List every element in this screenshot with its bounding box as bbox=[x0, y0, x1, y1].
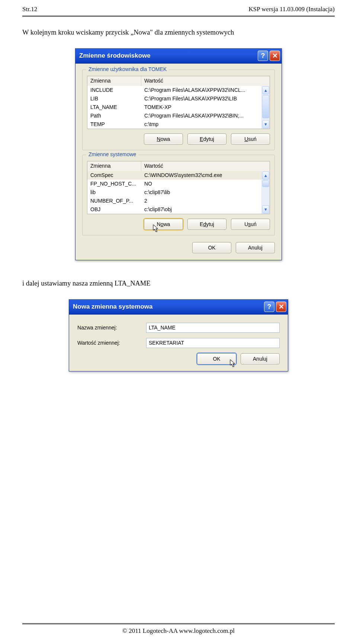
env-vars-dialog: Zmienne środowiskowe ? ✕ Zmienne użytkow… bbox=[75, 48, 282, 260]
system-vars-group: Zmienne systemowe Zmienna Wartość ComSpe… bbox=[82, 155, 275, 235]
system-new-button[interactable]: Nowa bbox=[144, 219, 183, 230]
titlebar[interactable]: Zmienne środowiskowe ? ✕ bbox=[75, 49, 282, 64]
table-row[interactable]: libc:\clip87\lib bbox=[87, 188, 261, 197]
cell-value: c:\clip87\lib bbox=[141, 189, 261, 195]
help-button[interactable]: ? bbox=[264, 302, 274, 312]
table-row[interactable]: OBJc:\clip87\obj bbox=[87, 205, 261, 214]
close-button[interactable]: ✕ bbox=[270, 51, 280, 61]
cell-value: 2 bbox=[141, 198, 261, 204]
table-row[interactable]: INCLUDEC:\Program Files\ALASKA\XPPW32\IN… bbox=[87, 86, 261, 94]
cell-variable: Path bbox=[87, 113, 141, 119]
table-row[interactable]: TEMPc:\tmp bbox=[87, 120, 261, 129]
help-icon: ? bbox=[261, 52, 265, 60]
table-row[interactable]: PathC:\Program Files\ALASKA\XPPW32\BIN;.… bbox=[87, 112, 261, 120]
dialog-title: Nowa zmienna systemowa bbox=[73, 303, 264, 310]
user-edit-button[interactable]: Edytuj bbox=[187, 133, 226, 145]
paragraph-1: W kolejnym kroku wciskamy przycisk „Nowa… bbox=[22, 28, 335, 37]
table-row[interactable]: LTA_NAMETOMEK-XP bbox=[87, 103, 261, 112]
value-label: Wartość zmiennej: bbox=[77, 340, 146, 346]
user-vars-legend: Zmienne użytkownika dla TOMEK bbox=[86, 66, 169, 72]
user-delete-button[interactable]: Usuń bbox=[231, 133, 270, 145]
scroll-up-icon[interactable]: ▲ bbox=[262, 171, 269, 180]
table-row[interactable]: NUMBER_OF_P...2 bbox=[87, 197, 261, 205]
user-vars-list[interactable]: Zmienna Wartość INCLUDEC:\Program Files\… bbox=[87, 76, 270, 129]
name-label: Nazwa zmiennej: bbox=[77, 325, 146, 331]
help-button[interactable]: ? bbox=[258, 51, 268, 61]
cancel-button[interactable]: Anuluj bbox=[241, 353, 280, 364]
cell-variable: FP_NO_HOST_C... bbox=[87, 181, 141, 187]
user-vars-group: Zmienne użytkownika dla TOMEK Zmienna Wa… bbox=[82, 70, 275, 150]
col-variable[interactable]: Zmienna bbox=[87, 161, 141, 171]
scroll-down-icon[interactable]: ▼ bbox=[262, 120, 269, 128]
scroll-up-icon[interactable]: ▲ bbox=[262, 86, 269, 94]
paragraph-2: i dalej ustawiamy nasza zmienną LTA_NAME bbox=[22, 279, 335, 288]
close-icon: ✕ bbox=[279, 303, 284, 311]
system-delete-button[interactable]: Usuń bbox=[231, 219, 270, 230]
cell-value: C:\WINDOWS\system32\cmd.exe bbox=[141, 172, 261, 178]
doc-version: KSP wersja 11.03.009 (Instalacja) bbox=[249, 6, 335, 13]
cell-value: TOMEK-XP bbox=[141, 104, 261, 110]
table-row[interactable]: LIBC:\Program Files\ALASKA\XPPW32\LIB bbox=[87, 94, 261, 103]
titlebar[interactable]: Nowa zmienna systemowa ? ✕ bbox=[69, 300, 288, 315]
cell-variable: NUMBER_OF_P... bbox=[87, 198, 141, 204]
cell-value: c:\clip87\obj bbox=[141, 206, 261, 212]
close-icon: ✕ bbox=[272, 52, 278, 60]
footer-rule bbox=[22, 623, 335, 624]
cell-variable: INCLUDE bbox=[87, 87, 141, 93]
cancel-button[interactable]: Anuluj bbox=[236, 242, 275, 253]
col-value[interactable]: Wartość bbox=[141, 76, 270, 86]
cell-variable: LTA_NAME bbox=[87, 104, 141, 110]
cell-value: c:\tmp bbox=[141, 121, 261, 127]
user-new-button[interactable]: Nowa bbox=[144, 133, 183, 145]
cell-variable: TEMP bbox=[87, 121, 141, 127]
cell-value: NO bbox=[141, 181, 261, 187]
system-vars-legend: Zmienne systemowe bbox=[86, 151, 138, 157]
cell-variable: LIB bbox=[87, 96, 141, 102]
new-system-var-dialog: Nowa zmienna systemowa ? ✕ Nazwa zmienne… bbox=[69, 299, 288, 371]
cell-value: C:\Program Files\ALASKA\XPPW32\BIN;... bbox=[141, 113, 261, 119]
system-vars-list[interactable]: Zmienna Wartość ComSpecC:\WINDOWS\system… bbox=[87, 161, 270, 214]
scroll-down-icon[interactable]: ▼ bbox=[262, 205, 269, 213]
page-number: Str.12 bbox=[22, 6, 37, 13]
col-value[interactable]: Wartość bbox=[141, 161, 270, 171]
close-button[interactable]: ✕ bbox=[276, 302, 286, 312]
ok-button[interactable]: OK bbox=[197, 353, 236, 364]
header-rule bbox=[22, 16, 335, 17]
scrollbar[interactable]: ▲ ▼ bbox=[261, 171, 270, 214]
scroll-thumb[interactable] bbox=[262, 95, 269, 118]
scroll-thumb[interactable] bbox=[262, 180, 269, 187]
cell-variable: ComSpec bbox=[87, 172, 141, 178]
page-header: Str.12 KSP wersja 11.03.009 (Instalacja) bbox=[22, 6, 335, 15]
cell-value: C:\Program Files\ALASKA\XPPW32\INCL... bbox=[141, 87, 261, 93]
ok-button[interactable]: OK bbox=[192, 242, 231, 253]
list-header[interactable]: Zmienna Wartość bbox=[87, 76, 270, 86]
cell-value: C:\Program Files\ALASKA\XPPW32\LIB bbox=[141, 96, 261, 102]
cell-variable: lib bbox=[87, 189, 141, 195]
scrollbar[interactable]: ▲ ▼ bbox=[261, 86, 270, 129]
table-row[interactable]: ComSpecC:\WINDOWS\system32\cmd.exe bbox=[87, 171, 261, 180]
table-row[interactable]: FP_NO_HOST_C...NO bbox=[87, 180, 261, 188]
list-header[interactable]: Zmienna Wartość bbox=[87, 161, 270, 171]
system-edit-button[interactable]: Edytuj bbox=[187, 219, 226, 230]
cell-variable: OBJ bbox=[87, 206, 141, 212]
dialog-title: Zmienne środowiskowe bbox=[79, 52, 258, 59]
variable-name-input[interactable] bbox=[146, 323, 280, 333]
col-variable[interactable]: Zmienna bbox=[87, 76, 141, 86]
footer-text: © 2011 Logotech-AA www.logotech.com.pl bbox=[22, 627, 335, 635]
variable-value-input[interactable] bbox=[146, 338, 280, 348]
help-icon: ? bbox=[267, 303, 271, 311]
